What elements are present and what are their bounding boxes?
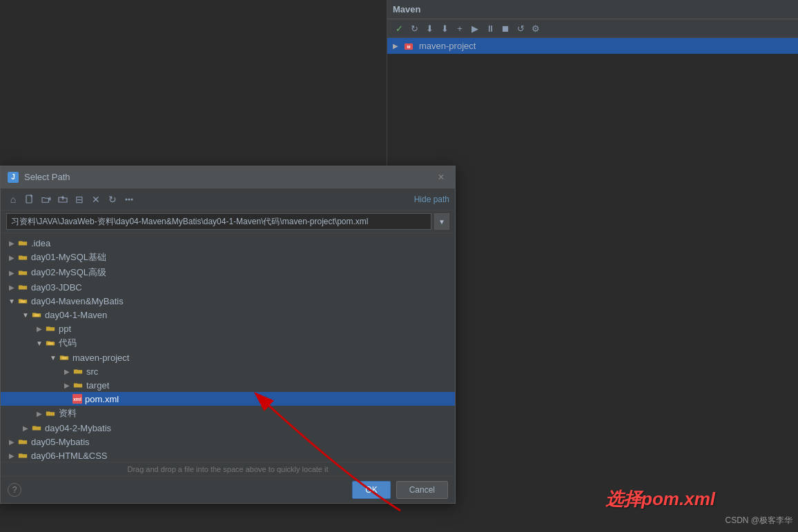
maven-pause-icon[interactable]: ⏸ — [484, 22, 496, 35]
folder-icon-day04-2 — [31, 422, 42, 433]
toolbar-home-icon[interactable]: ⌂ — [6, 193, 20, 206]
tree-label-ziliao: 资料 — [59, 407, 77, 420]
toolbar-refresh-icon[interactable]: ↻ — [106, 193, 119, 206]
svg-text:M: M — [407, 45, 411, 49]
tree-item-day01[interactable]: ▶ day01-MySQL基础 — [1, 250, 455, 265]
tree-arrow-day02: ▶ — [6, 267, 17, 278]
tree-item-day05[interactable]: ▶ day05-Mybatis — [1, 435, 455, 449]
new-folder-svg — [41, 195, 51, 204]
dialog-title-text: Select Path — [24, 172, 70, 182]
select-path-dialog: J Select Path × ⌂ — [0, 166, 456, 504]
toolbar-more-icon[interactable] — [122, 193, 136, 206]
drag-hint-bar: Drag and drop a file into the space abov… — [1, 462, 455, 476]
maven-stop-icon[interactable]: ⏹ — [499, 22, 512, 35]
maven-refresh-icon[interactable]: ↻ — [408, 22, 420, 35]
tree-label-day03: day03-JDBC — [31, 282, 82, 293]
new-file-svg — [25, 195, 35, 204]
path-input-field[interactable] — [6, 213, 431, 230]
tree-item-idea[interactable]: ▶ .idea — [1, 236, 455, 250]
tree-label-maven-project: maven-project — [72, 353, 129, 363]
folder-icon-maven-project — [59, 352, 70, 363]
svg-rect-10 — [35, 314, 39, 317]
folder-icon-day01 — [17, 252, 28, 263]
tree-label-idea: .idea — [31, 238, 50, 248]
tree-item-maven-project[interactable]: ▼ maven-project — [1, 351, 455, 364]
tree-item-src[interactable]: ▶ src — [1, 364, 455, 378]
toolbar-folder-up-icon[interactable] — [56, 193, 70, 206]
hide-path-link[interactable]: Hide path — [414, 195, 449, 204]
svg-rect-2 — [26, 195, 32, 203]
maven-settings-icon[interactable]: ⚙ — [529, 22, 542, 35]
maven-add-icon[interactable]: + — [454, 22, 466, 35]
dialog-title-group: J Select Path — [8, 172, 70, 183]
tree-arrow-day03: ▶ — [6, 282, 17, 293]
maven-reset-icon[interactable]: ↺ — [514, 22, 527, 35]
folder-up-svg — [58, 195, 68, 204]
maven-tree-item[interactable]: ▶ M maven-project — [387, 38, 798, 54]
toolbar-bookmark-icon[interactable]: ⊟ — [72, 193, 86, 206]
annotation-text: 选择pom.xml — [605, 487, 715, 511]
maven-check-icon[interactable]: ✓ — [393, 22, 405, 35]
help-button[interactable]: ? — [8, 483, 21, 497]
tree-label-ppt: ppt — [59, 324, 71, 334]
maven-download2-icon[interactable]: ⬇ — [438, 22, 451, 35]
folder-icon-day04-1 — [31, 309, 42, 320]
tree-item-day02[interactable]: ▶ day02-MySQL高级 — [1, 265, 455, 280]
maven-panel: Maven ✓ ↻ ⬇ ⬇ + ▶ ⏸ ⏹ ↺ ⚙ ▶ M maven-proj… — [387, 0, 798, 166]
tree-label-day06: day06-HTML&CSS — [31, 451, 108, 461]
maven-run-icon[interactable]: ▶ — [469, 22, 481, 35]
more-svg — [124, 195, 134, 204]
tree-item-day03[interactable]: ▶ day03-JDBC — [1, 280, 455, 294]
toolbar-new-folder-icon[interactable] — [39, 193, 53, 206]
tree-label-day04: day04-Maven&MyBatis — [31, 296, 124, 306]
folder-icon-day04 — [17, 295, 28, 306]
tree-arrow-day05: ▶ — [6, 436, 17, 447]
path-dropdown-button[interactable]: ▼ — [434, 213, 449, 230]
tree-label-code: 代码 — [59, 337, 77, 349]
tree-item-ppt[interactable]: ▶ ppt — [1, 322, 455, 335]
tree-label-day05: day05-Mybatis — [31, 437, 90, 447]
tree-item-day06[interactable]: ▶ day06-HTML&CSS — [1, 449, 455, 462]
tree-arrow-target: ▶ — [61, 380, 72, 391]
folder-icon-day02 — [17, 267, 28, 278]
folder-icon-idea — [17, 237, 28, 248]
tree-arrow-day06: ▶ — [6, 450, 17, 461]
tree-label-src: src — [86, 366, 98, 377]
file-tree: ▶ .idea ▶ day01-MySQL基础 ▶ — [1, 233, 455, 462]
toolbar-delete-icon[interactable]: ✕ — [89, 193, 103, 206]
tree-arrow-code: ▼ — [34, 337, 45, 348]
svg-point-8 — [131, 198, 133, 200]
tree-arrow-ppt: ▶ — [34, 323, 45, 334]
tree-label-target: target — [86, 380, 109, 391]
tree-arrow-src: ▶ — [61, 366, 72, 377]
tree-item-day04[interactable]: ▼ day04-Maven&MyBatis — [1, 294, 455, 308]
dialog-toolbar-left: ⌂ ⊟ — [6, 193, 136, 206]
tree-arrow-day01: ▶ — [6, 252, 17, 263]
maven-project-label: maven-project — [419, 41, 476, 51]
folder-icon-target — [72, 380, 84, 391]
maven-download-icon[interactable]: ⬇ — [423, 22, 436, 35]
svg-rect-9 — [21, 300, 26, 303]
path-input-row: ▼ — [1, 210, 455, 233]
cancel-button[interactable]: Cancel — [396, 481, 448, 499]
tree-arrow-day04-2: ▶ — [20, 422, 31, 433]
dialog-close-button[interactable]: × — [434, 170, 448, 184]
ok-button[interactable]: OK — [352, 481, 390, 499]
tree-item-day04-2[interactable]: ▶ day04-2-Mybatis — [1, 421, 455, 435]
folder-icon-ziliao — [45, 408, 56, 419]
tree-arrow-maven-project: ▼ — [48, 352, 59, 363]
folder-icon-code — [45, 337, 56, 348]
maven-panel-header: Maven — [387, 0, 798, 19]
tree-item-day04-1-maven[interactable]: ▼ day04-1-Maven — [1, 308, 455, 322]
dialog-buttons-row: ? OK Cancel — [1, 476, 455, 503]
tree-arrow-day04: ▼ — [6, 295, 17, 306]
tree-item-ziliao[interactable]: ▶ 资料 — [1, 406, 455, 421]
folder-icon-day03 — [17, 282, 28, 293]
tree-item-pom-xml[interactable]: ▶ xml pom.xml — [1, 392, 455, 406]
maven-toolbar: ✓ ↻ ⬇ ⬇ + ▶ ⏸ ⏹ ↺ ⚙ — [387, 19, 798, 38]
tree-item-target[interactable]: ▶ target — [1, 378, 455, 392]
toolbar-new-file-icon[interactable] — [23, 193, 37, 206]
maven-tree-arrow: ▶ — [393, 42, 398, 50]
svg-rect-11 — [48, 342, 53, 345]
tree-item-code[interactable]: ▼ 代码 — [1, 335, 455, 351]
